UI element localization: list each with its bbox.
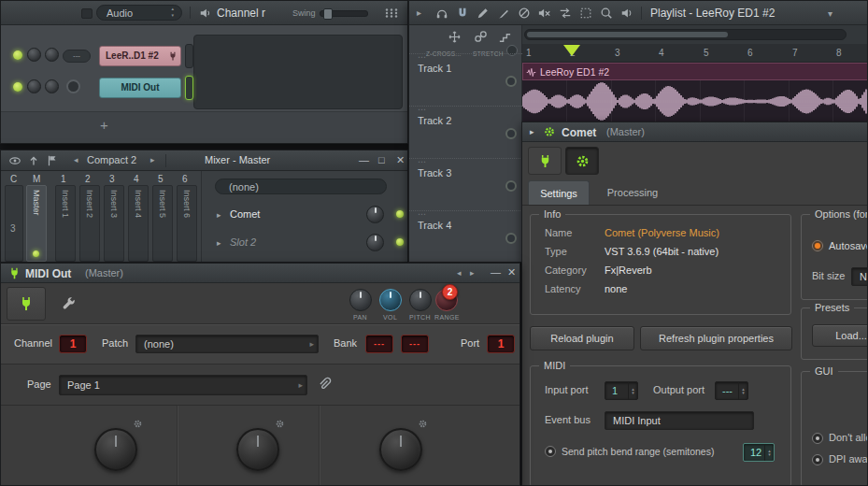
- mixer-slot-2[interactable]: ▸ Slot 2: [202, 231, 408, 257]
- filter-spin-down-icon[interactable]: ▾: [171, 12, 174, 19]
- bank-lsb-box[interactable]: ---: [401, 335, 429, 353]
- load-preset-button[interactable]: Load...: [812, 324, 868, 347]
- mixer-insert-strip[interactable]: Insert 1: [55, 185, 76, 262]
- slot-1-name[interactable]: Comet: [230, 208, 260, 220]
- playlist-menu-arrow[interactable]: ▸: [417, 7, 421, 18]
- gear-icon[interactable]: [133, 419, 143, 429]
- channel-1-led[interactable]: [13, 50, 22, 60]
- mixer-insert-strip[interactable]: Insert 4: [128, 185, 149, 262]
- flag-icon[interactable]: [46, 154, 59, 167]
- mixer-insert-strip[interactable]: Insert 2: [79, 185, 100, 262]
- bit-size-dropdown[interactable]: Nativ: [851, 267, 868, 286]
- channel-1-track-pill[interactable]: [185, 44, 193, 68]
- channel-1-vol-knob[interactable]: [45, 48, 59, 62]
- crossfade-icon[interactable]: [448, 30, 462, 44]
- track-3-knob[interactable]: [505, 180, 517, 192]
- up-arrow-icon[interactable]: [27, 154, 40, 167]
- spinner-arrows[interactable]: ▴▾: [628, 382, 637, 399]
- view-prev-arrow[interactable]: ◂: [74, 155, 78, 164]
- midi-out-header[interactable]: MIDI Out (Master) ◂ ▸ — ✕: [1, 264, 519, 283]
- channel-2-led[interactable]: [13, 82, 22, 92]
- playlist-ruler[interactable]: 1 2 3 4 5 6 7 8: [522, 44, 868, 63]
- step-sequencer-panel[interactable]: [193, 35, 403, 109]
- midi-out-close-button[interactable]: ✕: [507, 266, 516, 279]
- pan-knob[interactable]: [349, 289, 372, 311]
- pitch-range-badge[interactable]: 2: [442, 284, 458, 300]
- eye-icon[interactable]: [8, 154, 21, 167]
- playlist-title-chevron[interactable]: ▾: [828, 8, 832, 19]
- spinner-arrows[interactable]: ▴▾: [738, 382, 747, 399]
- delete-icon[interactable]: [518, 7, 531, 20]
- channel-value-box[interactable]: 1: [59, 335, 87, 353]
- pitch-bend-radio[interactable]: [545, 446, 556, 457]
- patch-dropdown[interactable]: (none) ▸: [135, 335, 319, 353]
- track-name[interactable]: Track 1: [418, 63, 451, 74]
- slip-icon[interactable]: [559, 7, 572, 20]
- channel-2-type-icon[interactable]: [66, 79, 80, 93]
- plugin-panel-tab[interactable]: [7, 287, 46, 321]
- mixer-current-strip[interactable]: 3: [5, 185, 23, 262]
- mixer-insert-strip[interactable]: Insert 3: [104, 185, 124, 262]
- plugin-editor-tab[interactable]: [528, 147, 562, 175]
- track-4-knob[interactable]: [505, 233, 517, 244]
- paperclip-link-icon[interactable]: [317, 377, 332, 392]
- spinner-arrows[interactable]: ▴▾: [764, 444, 774, 461]
- gui-radio-1[interactable]: [812, 433, 823, 444]
- select-icon[interactable]: [579, 7, 592, 20]
- slot-2-name[interactable]: Slot 2: [230, 236, 256, 248]
- slot-arrow[interactable]: ▸: [217, 238, 221, 248]
- volume-knob[interactable]: [379, 289, 402, 311]
- track-name[interactable]: Track 3: [418, 167, 451, 179]
- input-port-spinner[interactable]: 1 ▴▾: [605, 381, 638, 400]
- channel-2-track-pill[interactable]: [185, 76, 193, 100]
- controller-knob-2[interactable]: [236, 428, 279, 471]
- filter-spin-up-icon[interactable]: ▴: [171, 6, 174, 12]
- playhead-marker[interactable]: [563, 45, 580, 56]
- playlist-header[interactable]: ▸: [409, 1, 867, 25]
- draw-pencil-icon[interactable]: [477, 7, 490, 20]
- controller-knob-1[interactable]: [94, 428, 137, 471]
- mute-icon[interactable]: [538, 7, 551, 20]
- channel-2-pan-knob[interactable]: [27, 79, 41, 93]
- headphones-icon[interactable]: [435, 7, 448, 20]
- audio-clip[interactable]: LeeRoy ED1 #2: [522, 63, 868, 122]
- channel-2-vol-knob[interactable]: [45, 79, 59, 93]
- mixer-master-strip[interactable]: Master: [26, 185, 47, 262]
- mixer-slot-1[interactable]: ▸ Comet: [202, 203, 408, 229]
- channel-filter-picker[interactable]: Audio ▴ ▾: [96, 5, 182, 21]
- slot-1-mix-knob[interactable]: [366, 206, 384, 223]
- swing-slider-handle[interactable]: [323, 8, 333, 20]
- mixer-header[interactable]: ◂ Compact 2 ▸ Mixer - Master — □ ✕: [1, 150, 407, 171]
- playback-preview-icon[interactable]: [620, 7, 633, 20]
- pitch-knob[interactable]: [409, 289, 432, 311]
- output-port-spinner[interactable]: --- ▴▾: [715, 381, 748, 400]
- mixer-insert-strip[interactable]: Insert 5: [152, 185, 173, 262]
- channel-1-target-button[interactable]: ---: [63, 50, 91, 63]
- slot-1-enable-led[interactable]: [396, 210, 404, 218]
- add-channel-button[interactable]: +: [100, 117, 108, 133]
- track-name[interactable]: Track 2: [418, 115, 451, 126]
- plugin-wrapper-settings-tab[interactable]: [565, 147, 599, 175]
- tab-processing[interactable]: Processing: [593, 180, 672, 205]
- track-1-knob[interactable]: [505, 76, 517, 87]
- preset-next-button[interactable]: ▸: [470, 268, 475, 278]
- page-dropdown[interactable]: Page 1 ▸: [59, 375, 307, 395]
- port-value-box[interactable]: 1: [487, 335, 515, 353]
- channel-rack-menu-button[interactable]: [81, 8, 92, 19]
- autosave-radio[interactable]: [812, 240, 823, 251]
- mixer-minimize-button[interactable]: —: [359, 154, 369, 165]
- playlist-h-scrollbar[interactable]: [524, 29, 847, 40]
- swing-slider[interactable]: [320, 10, 368, 17]
- slot-2-mix-knob[interactable]: [366, 234, 384, 251]
- controller-knob-3[interactable]: [379, 428, 422, 471]
- mixer-close-button[interactable]: ✕: [396, 154, 405, 166]
- channel-1-pan-knob[interactable]: [27, 48, 41, 62]
- magnet-icon[interactable]: [456, 7, 469, 20]
- tab-settings[interactable]: Settings: [528, 180, 590, 205]
- master-strip-led[interactable]: [33, 250, 39, 257]
- audio-clip-waveform[interactable]: [522, 80, 868, 122]
- preset-prev-button[interactable]: ◂: [457, 268, 462, 278]
- playlist-h-scrollbar-handle[interactable]: [527, 32, 728, 37]
- midi-out-minimize-button[interactable]: —: [491, 266, 501, 278]
- mixer-maximize-button[interactable]: □: [378, 154, 385, 165]
